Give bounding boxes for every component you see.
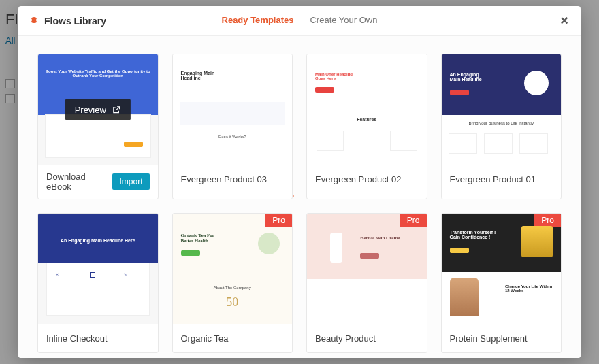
template-card-organic-tea[interactable]: Pro Organic Tea For Better Health About … bbox=[172, 213, 293, 353]
template-footer: Organic Tea bbox=[173, 324, 293, 352]
preview-label: Preview bbox=[75, 105, 106, 115]
thumb-headline: Transform Yourself ! Gain Confidence ! bbox=[450, 230, 498, 239]
template-thumbnail: An Engaging Main Headline Bring your Bus… bbox=[442, 54, 562, 165]
template-name: Protein Supplement bbox=[450, 333, 528, 344]
thumb-sub: Bring your Business to Life Instantly bbox=[442, 121, 562, 125]
preview-button[interactable]: Preview bbox=[65, 99, 131, 120]
thumb-headline: An Engaging Main Headline bbox=[450, 72, 491, 82]
template-footer: Download eBook Import bbox=[38, 165, 158, 199]
close-button[interactable]: × bbox=[557, 13, 571, 29]
template-thumbnail: Main Offer Heading Goes Here Features bbox=[307, 54, 427, 165]
cartflows-logo-icon bbox=[28, 15, 40, 27]
modal-header: Flows Library Ready Templates Create You… bbox=[18, 6, 581, 36]
template-card-evergreen-02[interactable]: Main Offer Heading Goes Here Features Ev… bbox=[306, 54, 427, 199]
template-name: Inline Checkout bbox=[46, 333, 108, 344]
template-footer: Inline Checkout bbox=[38, 324, 158, 352]
template-card-beauty-product[interactable]: Pro Herbal Skin Crème Beauty Product bbox=[306, 213, 427, 353]
modal-title: Flows Library bbox=[44, 16, 106, 27]
thumb-headline: Organic Tea For Better Health bbox=[181, 233, 222, 244]
template-card-evergreen-01[interactable]: An Engaging Main Headline Bring your Bus… bbox=[441, 54, 562, 199]
template-thumbnail: Pro Transform Yourself ! Gain Confidence… bbox=[442, 214, 562, 324]
template-footer: Beauty Product bbox=[307, 324, 427, 352]
template-card-inline-checkout[interactable]: An Engaging Main Headline Here ✕ ✎ Inlin… bbox=[37, 213, 159, 353]
template-name: Organic Tea bbox=[181, 333, 229, 344]
thumb-headline: Boost Your Website Traffic and Get the O… bbox=[45, 69, 151, 78]
template-card-download-ebook[interactable]: Boost Your Website Traffic and Get the O… bbox=[37, 54, 159, 199]
flows-library-modal: Flows Library Ready Templates Create You… bbox=[18, 6, 581, 358]
template-name: Beauty Product bbox=[315, 333, 376, 344]
thumb-headline: Engaging Main Headline bbox=[181, 71, 222, 80]
template-thumbnail: Boost Your Website Traffic and Get the O… bbox=[38, 54, 158, 165]
template-thumbnail: An Engaging Main Headline Here ✕ ✎ bbox=[38, 214, 158, 324]
external-link-icon bbox=[112, 105, 121, 114]
template-thumbnail: Engaging Main Headline Does it Works? bbox=[173, 54, 293, 165]
template-footer: Evergreen Product 03 bbox=[173, 165, 293, 193]
template-name: Evergreen Product 01 bbox=[450, 174, 536, 184]
brand: Flows Library bbox=[28, 15, 106, 27]
template-name: Evergreen Product 02 bbox=[315, 174, 401, 184]
thumb-headline: Herbal Skin Crème bbox=[360, 235, 408, 241]
import-button[interactable]: Import bbox=[112, 173, 149, 190]
template-card-evergreen-03[interactable]: Engaging Main Headline Does it Works? Ev… bbox=[172, 54, 293, 199]
template-footer: Evergreen Product 01 bbox=[442, 165, 562, 193]
thumb-headline: An Engaging Main Headline Here bbox=[38, 238, 158, 243]
template-card-protein-supplement[interactable]: Pro Transform Yourself ! Gain Confidence… bbox=[441, 213, 562, 353]
template-thumbnail: Pro Herbal Skin Crème bbox=[307, 214, 427, 324]
thumb-features: Features bbox=[307, 117, 427, 122]
template-name: Evergreen Product 03 bbox=[181, 174, 267, 184]
template-thumbnail: Pro Organic Tea For Better Health About … bbox=[173, 214, 293, 324]
thumb-sub: About The Company bbox=[173, 286, 293, 290]
template-footer: Evergreen Product 02 bbox=[307, 165, 427, 193]
template-footer: Protein Supplement bbox=[442, 324, 562, 352]
thumb-headline: Main Offer Heading Goes Here bbox=[315, 72, 356, 80]
template-name: Download eBook bbox=[46, 171, 107, 192]
thumb-sub: Change Your Life Within 12 Weeks bbox=[505, 284, 553, 293]
